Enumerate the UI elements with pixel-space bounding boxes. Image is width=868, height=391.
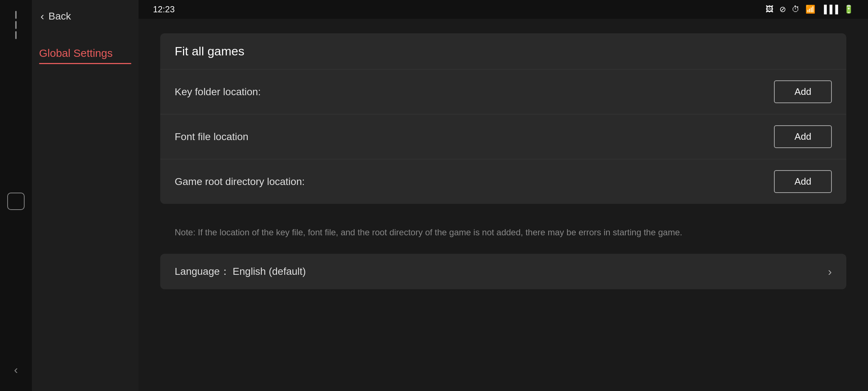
font-file-location-label: Font file location	[175, 131, 248, 143]
section-title-row: Fit all games	[160, 33, 846, 70]
main-content: 12:23 🖼 ⊘ ⏱ 📶 ▐▐▐ 🔋 Fit all games Key fo…	[139, 0, 868, 391]
square-icon	[7, 193, 25, 210]
note-text: Note: If the location of the key file, f…	[160, 215, 846, 254]
game-root-location-label: Game root directory location:	[175, 176, 305, 188]
signal-icon: ▐▐▐	[821, 5, 838, 14]
circle-slash-icon: ⊘	[779, 5, 786, 14]
sidebar-item-active-label: Global Settings	[39, 47, 112, 63]
language-chevron-right-icon: ›	[828, 265, 832, 278]
sidebar-item-global-settings[interactable]: Global Settings	[39, 47, 131, 64]
language-row[interactable]: Language： English (default) ›	[160, 254, 846, 289]
status-icons: 🖼 ⊘ ⏱ 📶 ▐▐▐ 🔋	[766, 5, 854, 14]
key-folder-location-label: Key folder location:	[175, 86, 261, 98]
far-left-back-arrow[interactable]: ‹	[14, 363, 18, 377]
back-label: Back	[48, 10, 71, 22]
photo-icon: 🖼	[766, 5, 774, 14]
back-button[interactable]: ‹ Back	[32, 0, 139, 33]
game-root-add-button[interactable]: Add	[774, 170, 832, 193]
language-card: Language： English (default) ›	[160, 254, 846, 289]
game-root-location-row: Game root directory location: Add	[160, 159, 846, 204]
status-time: 12:23	[153, 4, 175, 14]
key-folder-add-button[interactable]: Add	[774, 80, 832, 103]
three-lines-icon	[15, 11, 17, 39]
far-left-bar: ‹	[0, 0, 32, 391]
sidebar: ‹ Back Global Settings	[32, 0, 139, 391]
font-file-location-row: Font file location Add	[160, 114, 846, 159]
battery-icon: 🔋	[844, 5, 854, 14]
sidebar-nav: Global Settings	[32, 33, 139, 64]
wifi-icon: 📶	[805, 5, 815, 14]
key-folder-location-row: Key folder location: Add	[160, 70, 846, 114]
status-bar: 12:23 🖼 ⊘ ⏱ 📶 ▐▐▐ 🔋	[139, 0, 868, 19]
content-area: Fit all games Key folder location: Add F…	[139, 19, 868, 391]
font-file-add-button[interactable]: Add	[774, 125, 832, 148]
section-title: Fit all games	[175, 44, 244, 58]
sidebar-active-underline	[39, 63, 131, 64]
clock-icon: ⏱	[792, 5, 800, 14]
back-chevron-icon: ‹	[41, 10, 44, 22]
language-label: Language： English (default)	[175, 265, 306, 278]
fit-all-games-card: Fit all games Key folder location: Add F…	[160, 33, 846, 204]
